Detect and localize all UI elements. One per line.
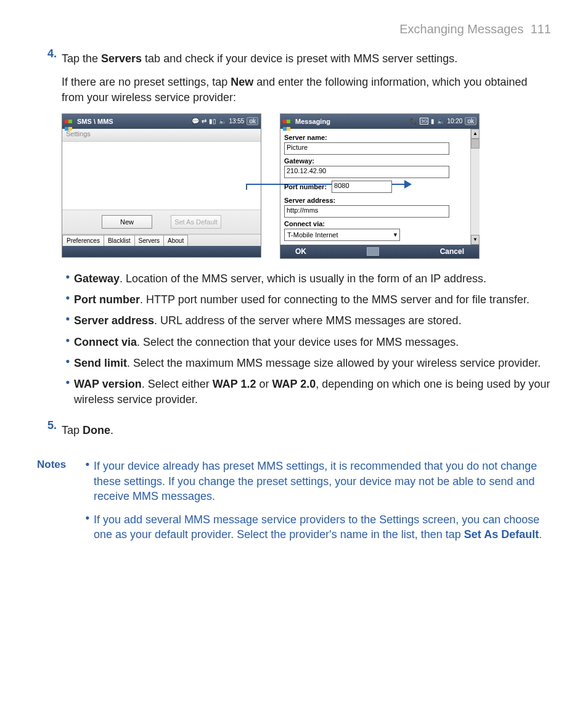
scrollbar[interactable]: ▲ ▼ — [470, 129, 480, 245]
label-connect-via: Connect via: — [284, 220, 475, 227]
chat-icon: 💬 — [192, 118, 199, 125]
bullet-icon: • — [62, 356, 74, 370]
window-title: Messaging — [295, 118, 410, 125]
ok-softkey[interactable]: OK — [295, 247, 306, 256]
step-number: 5. — [37, 419, 62, 446]
scroll-down-icon[interactable]: ▼ — [471, 235, 480, 245]
document-page: Exchanging Messages 111 4. Tap the Serve… — [0, 0, 588, 588]
bullet-connect-via: • Connect via. Select the connection tha… — [62, 335, 551, 349]
section-title: Exchanging Messages — [399, 22, 523, 36]
tab-preferences[interactable]: Preferences — [62, 235, 104, 246]
ok-button[interactable]: ok — [247, 117, 258, 125]
note-2: • If you add several MMS message service… — [81, 512, 551, 542]
phone-icon: 📞 — [410, 118, 417, 125]
bullet-icon: • — [81, 512, 94, 542]
label-server-name: Server name: — [284, 134, 475, 141]
bullet-wap-version: • WAP version. Select either WAP 1.2 or … — [62, 377, 551, 407]
clock: 13:55 — [229, 118, 244, 125]
step-5-text: Tap Done. — [62, 423, 551, 438]
cancel-softkey[interactable]: Cancel — [440, 247, 464, 256]
field-definitions: • Gateway. Location of the MMS server, w… — [62, 271, 551, 407]
label-port: Port number: — [284, 183, 327, 190]
signal-icon: ▮ — [431, 118, 435, 125]
tab-servers[interactable]: Servers — [134, 235, 164, 246]
clock: 10:20 — [447, 118, 462, 125]
ok-button[interactable]: ok — [465, 117, 476, 125]
soft-key-bar: OK Cancel — [280, 245, 479, 258]
input-server-name[interactable]: Picture — [284, 142, 449, 155]
input-port[interactable]: 8080 — [332, 181, 392, 193]
bullet-icon: • — [62, 292, 74, 307]
windows-flag-icon — [283, 117, 292, 126]
select-connect-via[interactable]: T-Mobile Internet ▼ — [284, 229, 400, 241]
scroll-thumb[interactable] — [471, 139, 480, 149]
step-4-para-1: Tap the Servers tab and check if your de… — [62, 51, 551, 66]
speaker-icon: 🔈 — [437, 118, 444, 125]
set-as-default-button[interactable]: Set As Default — [171, 215, 221, 229]
soft-key-bar — [62, 246, 261, 257]
settings-label: Settings — [62, 129, 261, 142]
step-number: 4. — [37, 47, 62, 413]
titlebar: SMS \ MMS 💬 ⇄ ▮▯ 🔈 13:55 ok — [62, 114, 261, 129]
notes-label: Notes — [37, 457, 81, 550]
bullet-icon: • — [81, 459, 94, 504]
bullet-icon: • — [62, 335, 74, 349]
notes-section: Notes • If your device already has prese… — [37, 457, 551, 550]
page-header: Exchanging Messages 111 — [37, 22, 551, 36]
input-server-address[interactable]: http://mms — [284, 205, 449, 218]
3g-icon: 3G — [420, 118, 429, 125]
input-gateway[interactable]: 210.12.42.90 — [284, 166, 449, 178]
label-gateway: Gateway: — [284, 157, 475, 165]
label-server-address: Server address: — [284, 197, 475, 204]
tab-strip: Preferences Blacklist Servers About — [62, 234, 261, 246]
button-row: New Set As Default — [62, 210, 261, 234]
sync-icon: ⇄ — [202, 118, 206, 125]
bullet-port: • Port number. HTTP port number used for… — [62, 292, 551, 307]
note-1: • If your device already has preset MMS … — [81, 459, 551, 504]
screenshot-sms-mms: SMS \ MMS 💬 ⇄ ▮▯ 🔈 13:55 ok Settings — [62, 113, 261, 258]
titlebar: Messaging 📞 3G ▮ 🔈 10:20 ok — [280, 114, 479, 129]
keyboard-icon[interactable] — [367, 247, 379, 256]
scroll-up-icon[interactable]: ▲ — [471, 129, 480, 139]
bullet-icon: • — [62, 271, 74, 286]
screenshot-messaging: Messaging 📞 3G ▮ 🔈 10:20 ok Server name:… — [280, 113, 480, 259]
status-icons: 📞 3G ▮ 🔈 10:20 — [410, 118, 463, 125]
page-number: 111 — [531, 22, 551, 36]
server-list-empty — [62, 142, 261, 210]
tab-blacklist[interactable]: Blacklist — [104, 235, 135, 246]
status-icons: 💬 ⇄ ▮▯ 🔈 13:55 — [192, 118, 244, 125]
screenshot-row: SMS \ MMS 💬 ⇄ ▮▯ 🔈 13:55 ok Settings — [62, 113, 551, 259]
bullet-gateway: • Gateway. Location of the MMS server, w… — [62, 271, 551, 286]
windows-flag-icon — [65, 117, 73, 126]
signal-icon: ▮▯ — [209, 118, 216, 125]
window-title: SMS \ MMS — [77, 118, 192, 125]
bullet-icon: • — [62, 313, 74, 328]
bullet-icon: • — [62, 377, 74, 407]
step-4: 4. Tap the Servers tab and check if your… — [37, 47, 551, 413]
bullet-server-address: • Server address. URL address of the ser… — [62, 313, 551, 328]
speaker-icon: 🔈 — [219, 118, 226, 125]
new-button[interactable]: New — [102, 215, 152, 229]
step-4-para-2: If there are no preset settings, tap New… — [62, 75, 551, 105]
bullet-send-limit: • Send limit. Select the maximum MMS mes… — [62, 356, 551, 370]
tab-about[interactable]: About — [163, 235, 188, 246]
server-form: Server name: Picture Gateway: 210.12.42.… — [280, 129, 479, 245]
chevron-down-icon: ▼ — [393, 232, 398, 238]
step-5: 5. Tap Done. — [37, 419, 551, 446]
